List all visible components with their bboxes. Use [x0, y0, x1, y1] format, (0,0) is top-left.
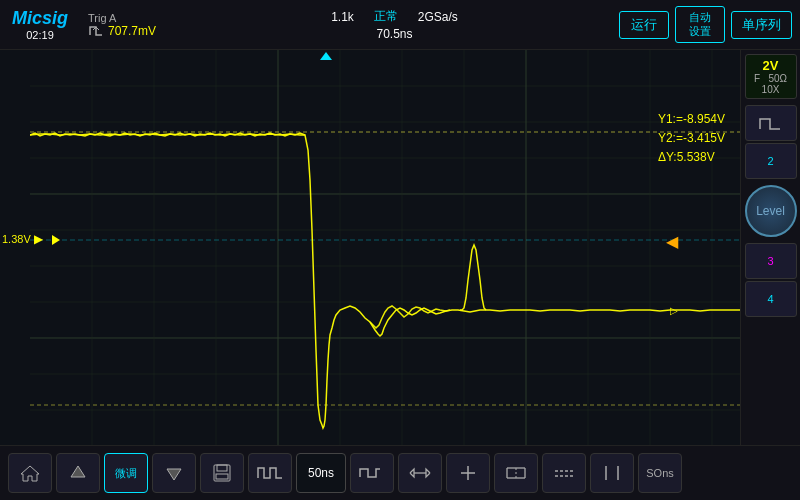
- zoom-icon: [408, 463, 432, 483]
- svg-rect-31: [216, 474, 228, 479]
- ch4-button[interactable]: 4: [745, 281, 797, 317]
- level-knob[interactable]: Level: [745, 185, 797, 237]
- timebase-display: 50ns: [296, 453, 346, 493]
- logo-text: Micsig: [12, 8, 68, 29]
- dy-measurement: ΔY:5.538V: [658, 148, 725, 167]
- channel-add-button[interactable]: [446, 453, 490, 493]
- ch1-voltage: 2V: [750, 58, 792, 73]
- run-button[interactable]: 运行: [619, 11, 669, 39]
- measurements-overlay: Y1:=-8.954V Y2:=-3.415V ΔY:5.538V: [658, 110, 725, 168]
- right-level-arrow-icon: ◀: [666, 232, 678, 251]
- pulse-wave-icon: [358, 463, 386, 483]
- ch2-button[interactable]: 2: [745, 143, 797, 179]
- fine-adjust-button[interactable]: 微调: [104, 453, 148, 493]
- topbar: Micsig 02:19 Trig A 707.7mV 1.1k 正常 2GSa…: [0, 0, 800, 50]
- right-panel: 2V F 50Ω 10X 2 Level 3 4: [740, 50, 800, 445]
- sample-top: 1.1k 正常 2GSa/s: [331, 8, 458, 25]
- bottom-toolbar: 微调 50ns: [0, 445, 800, 500]
- ch1-coupling: F 50Ω: [750, 73, 792, 84]
- waveform-display: [30, 50, 740, 445]
- trig-area: Trig A 707.7mV: [80, 12, 170, 38]
- sample-speed: 2GSa/s: [418, 10, 458, 24]
- rising-edge-icon: [88, 24, 104, 38]
- pulse-icon: [756, 113, 786, 133]
- main-scope-area: Y1:=-8.954V Y2:=-3.415V ΔY:5.538V 1.38V …: [0, 50, 740, 445]
- svg-rect-30: [217, 465, 227, 471]
- logo-area: Micsig 02:19: [0, 4, 80, 45]
- pulse-shape-button[interactable]: [745, 105, 797, 141]
- up-arrow-icon: [67, 463, 89, 483]
- ch1-probe: 10X: [750, 84, 792, 95]
- y1-measurement: Y1:=-8.954V: [658, 110, 725, 129]
- sample-time: 70.5ns: [376, 27, 412, 41]
- trig-voltage: 707.7mV: [108, 24, 156, 38]
- sample-rate: 1.1k: [331, 10, 354, 24]
- sample-status: 正常: [374, 8, 398, 25]
- measure-button[interactable]: [494, 453, 538, 493]
- svg-marker-24: [320, 52, 332, 60]
- sons-button[interactable]: SOns: [638, 453, 682, 493]
- auto-set-button[interactable]: 自动 设置: [675, 6, 725, 42]
- save-button[interactable]: [200, 453, 244, 493]
- y-axis: [0, 50, 30, 445]
- square-wave-icon: [256, 463, 284, 483]
- y2-measurement: Y2:=-3.415V: [658, 129, 725, 148]
- channel-add-icon: [456, 463, 480, 483]
- trig-value: 707.7mV: [88, 24, 156, 38]
- sample-info: 1.1k 正常 2GSa/s 70.5ns: [170, 8, 619, 41]
- vertical-button[interactable]: [590, 453, 634, 493]
- cursor-button[interactable]: [542, 453, 586, 493]
- cursor-icon: [552, 463, 576, 483]
- home-button[interactable]: [8, 453, 52, 493]
- ch1-settings[interactable]: 2V F 50Ω 10X: [745, 54, 797, 99]
- svg-marker-27: [71, 466, 85, 477]
- up-button[interactable]: [56, 453, 100, 493]
- vertical-lines-icon: [600, 463, 624, 483]
- svg-marker-26: [21, 466, 39, 481]
- scope-canvas: [30, 50, 740, 445]
- trig-level-arrow-icon: ▶: [34, 232, 43, 246]
- measure-icon: [504, 463, 528, 483]
- trig-level-label: 1.38V ▶: [2, 232, 43, 246]
- save-icon: [211, 463, 233, 483]
- ch3-button[interactable]: 3: [745, 243, 797, 279]
- svg-marker-25: [52, 235, 60, 245]
- svg-marker-28: [167, 469, 181, 480]
- top-right-buttons: 运行 自动 设置 单序列: [619, 6, 800, 42]
- down-arrow-icon: [163, 463, 185, 483]
- single-button[interactable]: 单序列: [731, 11, 792, 39]
- trig-label: Trig A: [88, 12, 116, 24]
- waveform-type1-button[interactable]: [248, 453, 292, 493]
- time-display: 02:19: [26, 29, 54, 41]
- trig-level-value: 1.38V: [2, 233, 31, 245]
- channel-marker-icon: ▷: [670, 305, 678, 316]
- waveform-type2-button[interactable]: [350, 453, 394, 493]
- down-button[interactable]: [152, 453, 196, 493]
- sons-label: SOns: [646, 467, 674, 479]
- home-icon: [19, 463, 41, 483]
- zoom-button[interactable]: [398, 453, 442, 493]
